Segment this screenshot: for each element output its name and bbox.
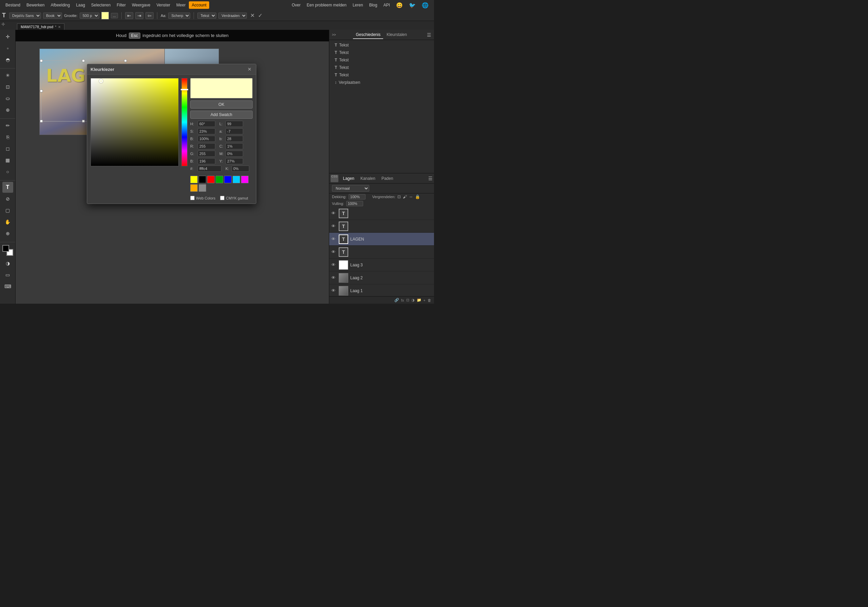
gradient-tool[interactable]: ▦ bbox=[2, 155, 13, 166]
a-input[interactable] bbox=[225, 128, 243, 134]
lock-position-icon[interactable]: ↔ bbox=[409, 194, 413, 199]
ok-button[interactable]: OK bbox=[190, 101, 253, 109]
color-picker-dialog[interactable]: Kleurkiezer ✕ bbox=[87, 64, 256, 204]
folder-icon[interactable]: 📁 bbox=[417, 298, 422, 302]
swatch-orange[interactable] bbox=[190, 184, 198, 192]
menu-bewerken[interactable]: Bewerken bbox=[24, 2, 47, 9]
history-item-4[interactable]: T Tekst bbox=[332, 64, 431, 71]
facebook-icon[interactable]: 🌐 bbox=[419, 1, 431, 10]
mask-icon[interactable]: ⊡ bbox=[406, 298, 409, 302]
swatch-red[interactable] bbox=[207, 176, 215, 183]
reddit-icon[interactable]: 😄 bbox=[393, 1, 406, 10]
layer-item-laag3[interactable]: 👁 Laag 3 bbox=[329, 259, 434, 272]
confirm-icon[interactable]: ✓ bbox=[258, 12, 262, 19]
layer-item-laag2[interactable]: 👁 Laag 2 bbox=[329, 272, 434, 284]
menu-blog[interactable]: Blog bbox=[367, 2, 380, 9]
swatch-cyan[interactable] bbox=[232, 176, 240, 183]
history-item-3[interactable]: T Tekst bbox=[332, 56, 431, 64]
shape-tool[interactable]: ▢ bbox=[2, 205, 13, 216]
align-center-btn[interactable]: ⇥ bbox=[135, 12, 143, 19]
eraser-tool[interactable]: ◻ bbox=[2, 143, 13, 154]
tab-kleurstalen[interactable]: Kleurstalen bbox=[384, 31, 409, 39]
delete-layer-icon[interactable]: 🗑 bbox=[428, 298, 431, 302]
lasso-tool[interactable]: ◓ bbox=[2, 54, 13, 65]
history-item-2[interactable]: T Tekst bbox=[332, 49, 431, 56]
clone-tool[interactable]: ⎘ bbox=[2, 132, 13, 143]
text-color-swatch[interactable] bbox=[101, 12, 109, 19]
hand-tool[interactable]: ✋ bbox=[2, 216, 13, 227]
lock-transparent-icon[interactable]: ⊡ bbox=[397, 194, 401, 199]
menu-venster[interactable]: Venster bbox=[153, 2, 173, 9]
foreground-color[interactable] bbox=[2, 245, 9, 252]
quick-mask-tool[interactable]: ◑ bbox=[2, 258, 13, 269]
history-item-5[interactable]: T Tekst bbox=[332, 71, 431, 79]
move-icon[interactable]: ✛ bbox=[1, 21, 6, 28]
swatch-magenta[interactable] bbox=[241, 176, 248, 183]
link-layers-icon[interactable]: 🔗 bbox=[394, 298, 399, 302]
hex-input[interactable] bbox=[198, 166, 222, 172]
zoom-tool[interactable]: ⊕ bbox=[2, 228, 13, 239]
k-input[interactable] bbox=[232, 166, 249, 172]
layer-item-1[interactable]: 👁 T bbox=[329, 207, 434, 220]
menu-over[interactable]: Over bbox=[289, 2, 304, 9]
crop-tool[interactable]: ⊡ bbox=[2, 81, 13, 92]
font-size-dropdown[interactable]: 500 p bbox=[80, 12, 99, 19]
menu-api[interactable]: API bbox=[381, 2, 393, 9]
layer-eye-laag3[interactable]: 👁 bbox=[331, 262, 337, 267]
hue-strip[interactable] bbox=[181, 78, 188, 166]
cancel-icon[interactable]: ✕ bbox=[250, 12, 255, 19]
web-colors-checkbox[interactable] bbox=[190, 196, 195, 200]
y-input[interactable] bbox=[225, 158, 243, 164]
layer-item-2[interactable]: 👁 T bbox=[329, 220, 434, 233]
swatch-black[interactable] bbox=[199, 176, 206, 183]
heal-tool[interactable]: ⊕ bbox=[2, 104, 13, 115]
cmyk-gamut-checkbox[interactable] bbox=[220, 196, 225, 200]
blue-input[interactable] bbox=[198, 158, 215, 164]
fill-value[interactable]: 100% bbox=[346, 201, 363, 206]
web-colors-label[interactable]: Web Colors bbox=[190, 196, 215, 200]
layer-eye-1[interactable]: 👁 bbox=[331, 211, 337, 216]
menu-bestand[interactable]: Bestand bbox=[3, 2, 23, 9]
color-gradient-picker[interactable] bbox=[90, 78, 179, 166]
layer-style-icon[interactable]: fx bbox=[401, 298, 404, 302]
new-layer-icon[interactable]: + bbox=[423, 298, 426, 302]
twitter-icon[interactable]: 🐦 bbox=[406, 1, 418, 10]
menu-afbeelding[interactable]: Afbeelding bbox=[48, 2, 73, 9]
panel-menu-icon[interactable]: ☰ bbox=[427, 32, 431, 38]
menu-laag[interactable]: Laag bbox=[73, 2, 88, 9]
swatch-yellow[interactable] bbox=[190, 176, 198, 183]
swatch-blue[interactable] bbox=[224, 176, 232, 183]
menu-leren[interactable]: Leren bbox=[350, 2, 366, 9]
lock-image-icon[interactable]: 🖌 bbox=[403, 194, 407, 199]
h-input[interactable] bbox=[198, 121, 215, 127]
marquee-tool[interactable]: ▫ bbox=[2, 43, 13, 54]
history-item-6[interactable]: ↕ Verplaatsen bbox=[332, 79, 431, 86]
c-input[interactable] bbox=[225, 143, 243, 149]
antialiasing-dropdown[interactable]: Scherp bbox=[168, 12, 190, 19]
r-input[interactable] bbox=[198, 143, 215, 149]
b-input[interactable] bbox=[198, 136, 215, 142]
layer-eye-2[interactable]: 👁 bbox=[331, 224, 337, 229]
layer-eye-4[interactable]: 👁 bbox=[331, 249, 337, 255]
tab-file[interactable]: MAWI7178_hdr.psd * ✕ bbox=[17, 23, 64, 30]
dialog-close-btn[interactable]: ✕ bbox=[246, 66, 253, 72]
eyedropper-tool[interactable]: ⛀ bbox=[2, 93, 13, 104]
font-weight-dropdown[interactable]: Book bbox=[43, 12, 62, 19]
menu-weergave[interactable]: Weergave bbox=[129, 2, 153, 9]
text-dropdown[interactable]: Tekst bbox=[197, 12, 216, 19]
menu-selecteren[interactable]: Selecteren bbox=[88, 2, 113, 9]
layer-item-lagen[interactable]: 👁 T LAGEN bbox=[329, 233, 434, 246]
tab-geschiedenis[interactable]: Geschiedenis bbox=[353, 31, 383, 39]
lock-all-icon[interactable]: 🔒 bbox=[415, 194, 420, 199]
swatch-gray[interactable] bbox=[199, 184, 206, 192]
magic-wand-tool[interactable]: ✳ bbox=[2, 70, 13, 81]
layer-item-laag1[interactable]: 👁 Laag 1 bbox=[329, 284, 434, 296]
swatch-green[interactable] bbox=[215, 176, 223, 183]
layer-item-4[interactable]: 👁 T bbox=[329, 246, 434, 259]
screen-mode-btn[interactable]: ▭ bbox=[2, 269, 13, 280]
warp-dropdown[interactable]: Verdraalen bbox=[219, 12, 247, 19]
text-tool[interactable]: T bbox=[2, 182, 13, 193]
l-input[interactable] bbox=[225, 121, 243, 127]
brush-tool[interactable]: ✏ bbox=[2, 120, 13, 131]
path-tool[interactable]: ⊘ bbox=[2, 193, 13, 204]
